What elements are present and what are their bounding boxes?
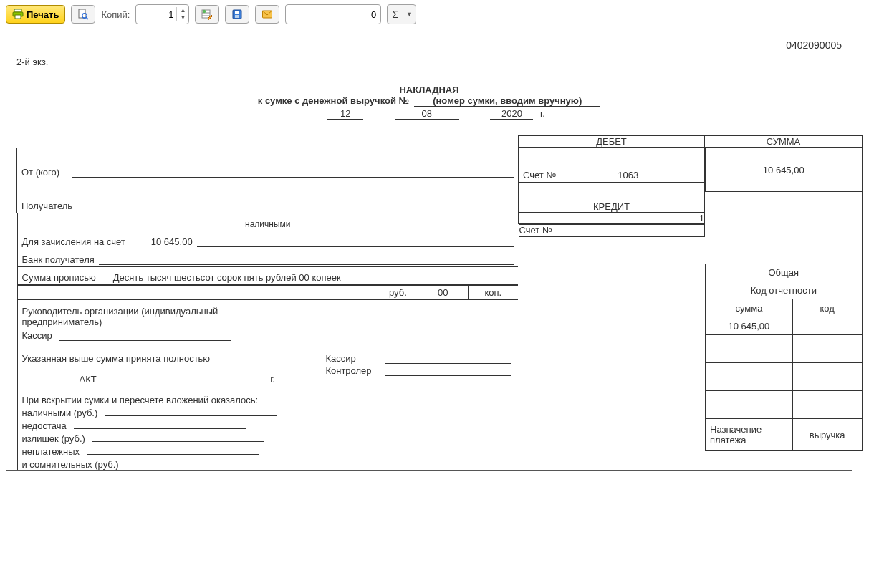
title-block: НАКЛАДНАЯ к сумке с денежной выручкой № … <box>16 85 842 120</box>
envelope-icon <box>261 9 273 20</box>
from-value[interactable] <box>72 177 514 178</box>
controller-sign[interactable] <box>385 375 511 376</box>
doubtful-label: и сомнительных (руб.) <box>22 459 119 470</box>
sigma-button[interactable]: Σ ▼ <box>387 4 416 24</box>
cashier-label: Кассир <box>22 330 52 341</box>
date-line: 12 08 2020 г. <box>16 108 842 120</box>
sum-words-label: Сумма прописью <box>22 272 96 283</box>
credit-account-label: Счет № <box>519 225 552 236</box>
cash-label: наличными <box>245 219 290 229</box>
mail-button[interactable] <box>255 5 279 24</box>
summa-value: 10 645,00 <box>705 148 863 192</box>
spin-up[interactable]: ▲ <box>177 7 188 14</box>
to-account-value[interactable] <box>197 246 514 247</box>
svg-rect-11 <box>235 11 239 14</box>
surplus-label: излишек (руб.) <box>22 433 85 444</box>
date-year[interactable]: 2020 <box>490 108 533 120</box>
save-button[interactable] <box>225 5 249 24</box>
kod-col-label: код <box>793 299 863 317</box>
credit-flag: 1 <box>519 213 705 224</box>
act-g: г. <box>270 374 275 385</box>
summa-header: СУММА <box>705 136 863 148</box>
toolbar: Печать Копий: ▲ ▼ Σ ▼ <box>0 0 879 29</box>
surplus-value[interactable] <box>92 441 264 442</box>
svg-rect-2 <box>15 15 21 19</box>
accepted-label: Указанная выше сумма принята полностью <box>22 353 211 364</box>
nonpay-value[interactable] <box>87 454 259 455</box>
bank-label: Банк получателя <box>22 254 95 265</box>
credit-header: КРЕДИТ <box>519 183 705 213</box>
print-button[interactable]: Печать <box>6 5 65 24</box>
svg-line-5 <box>87 17 89 19</box>
from-label: От (кого) <box>21 167 59 178</box>
nonpay-label: неплатежных <box>22 446 80 457</box>
on-open-label: При вскрытии сумки и пересчете вложений … <box>22 395 514 405</box>
obshaya-label: Общая <box>705 264 863 281</box>
shortage-value[interactable] <box>74 428 246 429</box>
copies-input[interactable] <box>136 9 176 20</box>
act-f1[interactable] <box>102 382 133 382</box>
act-f3[interactable] <box>222 382 265 382</box>
svg-point-9 <box>203 10 206 14</box>
number-field[interactable] <box>285 4 381 24</box>
date-month[interactable]: 08 <box>395 108 459 120</box>
recipient-label: Получатель <box>21 201 72 211</box>
title-prefix: к сумке с денежной выручкой № <box>258 95 409 106</box>
sigma-icon: Σ <box>388 9 403 20</box>
cashier2-sign[interactable] <box>385 363 511 364</box>
purpose-value: выручка <box>793 419 863 451</box>
kop-label: коп. <box>468 285 518 299</box>
debit-account-value: 1063 <box>556 170 700 180</box>
form-number: 0402090005 <box>16 39 842 51</box>
summa2-value: 10 645,00 <box>705 317 793 335</box>
right-column: 10 645,00 Общая Код отчетности сумма код… <box>705 148 863 451</box>
bank-value[interactable] <box>99 264 514 265</box>
svg-rect-12 <box>235 15 239 18</box>
document-magnifier-icon <box>77 9 89 20</box>
sum-words-value: Десять тысяч шестьсот сорок пять рублей … <box>113 272 514 283</box>
rub-label: руб. <box>378 285 418 299</box>
floppy-icon <box>231 9 243 20</box>
head-label: Руководитель организации (индивидуальный… <box>22 306 274 327</box>
cashier-sign[interactable] <box>59 340 231 341</box>
title-line1: НАКЛАДНАЯ <box>16 85 842 95</box>
recipient-value[interactable] <box>92 211 514 211</box>
act-f2[interactable] <box>142 382 213 382</box>
table-pencil-icon <box>201 9 213 20</box>
shortage-label: недостача <box>22 420 67 431</box>
cash-rub-value[interactable] <box>105 415 277 416</box>
date-day[interactable]: 12 <box>327 108 363 120</box>
title-line2: к сумке с денежной выручкой № (номер сум… <box>16 95 842 107</box>
controller-label: Контролер <box>325 365 383 376</box>
act-label: АКТ <box>80 374 97 385</box>
copy-number: 2-й экз. <box>16 57 842 67</box>
head-sign[interactable] <box>327 327 514 327</box>
preview-button[interactable] <box>71 5 95 24</box>
cash-rub-label: наличными (руб.) <box>22 408 98 418</box>
printer-icon <box>12 9 24 20</box>
debet-header: ДЕБЕТ <box>519 136 705 148</box>
purpose-label: Назначение платежа <box>705 419 793 451</box>
to-account-label: Для зачисления на счет <box>22 236 125 247</box>
kop-value: 00 <box>418 285 468 299</box>
bag-number[interactable]: (номер сумки, вводим вручную) <box>414 95 600 107</box>
copies-spin[interactable]: ▲ ▼ <box>135 4 189 24</box>
copies-label: Копий: <box>101 9 130 20</box>
date-year-suffix: г. <box>540 108 545 119</box>
svg-rect-0 <box>14 9 21 12</box>
spin-down[interactable]: ▼ <box>177 14 188 21</box>
to-account-sum: 10 645,00 <box>151 236 193 247</box>
kod-value <box>793 317 863 335</box>
debit-account-label: Счет № <box>523 170 556 180</box>
document-page: 0402090005 2-й экз. НАКЛАДНАЯ к сумке с … <box>6 32 852 471</box>
summa-col-label: сумма <box>705 299 793 317</box>
main-grid: ДЕБЕТ СУММА От (кого) Счет № 1063 <box>16 135 863 470</box>
cashier2-label: Кассир <box>325 353 383 364</box>
sigma-dropdown-icon[interactable]: ▼ <box>403 11 416 18</box>
edit-button[interactable] <box>195 5 219 24</box>
spin-arrows: ▲ ▼ <box>176 7 188 21</box>
print-label: Печать <box>27 9 59 20</box>
kod-otch-label: Код отчетности <box>705 281 863 299</box>
